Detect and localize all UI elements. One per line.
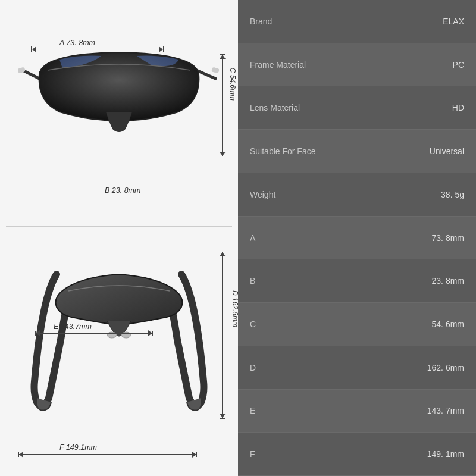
- spec-value: ELAX: [443, 17, 464, 26]
- spec-value: 73. 8mm: [432, 233, 464, 243]
- spec-value: PC: [453, 60, 464, 70]
- spec-label: Frame Material: [250, 60, 306, 70]
- specs-table: BrandELAXFrame MaterialPCLens MaterialHD…: [238, 0, 476, 476]
- spec-value: 162. 6mm: [427, 363, 464, 372]
- spec-label: B: [250, 276, 255, 286]
- spec-row-e: E143. 7mm: [238, 390, 476, 433]
- spec-label: Lens Material: [250, 103, 300, 112]
- svg-line-0: [23, 70, 39, 79]
- spec-value: 38. 5g: [441, 190, 464, 199]
- spec-row-b: B23. 8mm: [238, 259, 476, 303]
- glasses-bottom-view: D 162.6mm E 143.7mm F 149.1mm: [0, 227, 238, 476]
- spec-label: Brand: [250, 17, 272, 26]
- spec-label: D: [250, 363, 256, 372]
- spec-label: C: [250, 320, 256, 329]
- dim-c-label: C 54.6mm: [228, 68, 239, 101]
- spec-row-weight: Weight38. 5g: [238, 173, 476, 217]
- glasses-top-view: A 73. 8mm C 54.6mm B 23. 8mm: [0, 0, 238, 226]
- spec-label: F: [250, 449, 255, 459]
- dim-b-label: B 23. 8mm: [105, 184, 140, 195]
- spec-row-lens-material: Lens MaterialHD: [238, 86, 476, 130]
- left-panel: A 73. 8mm C 54.6mm B 23. 8mm: [0, 0, 238, 476]
- dim-e-label: E 143.7mm: [54, 321, 92, 331]
- spec-value: 149. 1mm: [427, 449, 464, 459]
- spec-label: Suitable For Face: [250, 146, 316, 156]
- spec-label: E: [250, 406, 255, 415]
- spec-value: 23. 8mm: [432, 276, 464, 286]
- spec-row-suitable-for-face: Suitable For FaceUniversal: [238, 130, 476, 173]
- dim-f-label: F 149.1mm: [60, 441, 97, 452]
- spec-value: 143. 7mm: [427, 406, 464, 415]
- spec-row-f: F149. 1mm: [238, 433, 476, 476]
- dim-a-label: A 73. 8mm: [60, 37, 95, 48]
- svg-rect-3: [211, 67, 220, 74]
- spec-value: 54. 6mm: [432, 320, 464, 329]
- spec-label: Weight: [250, 190, 275, 199]
- dim-d-label: D 162.6mm: [230, 290, 241, 327]
- spec-row-d: D162. 6mm: [238, 346, 476, 390]
- spec-row-a: A73. 8mm: [238, 217, 476, 260]
- spec-row-brand: BrandELAX: [238, 0, 476, 43]
- spec-row-c: C54. 6mm: [238, 303, 476, 346]
- spec-row-frame-material: Frame MaterialPC: [238, 43, 476, 87]
- spec-label: A: [250, 233, 255, 243]
- spec-value: Universal: [430, 146, 464, 156]
- spec-value: HD: [452, 103, 464, 112]
